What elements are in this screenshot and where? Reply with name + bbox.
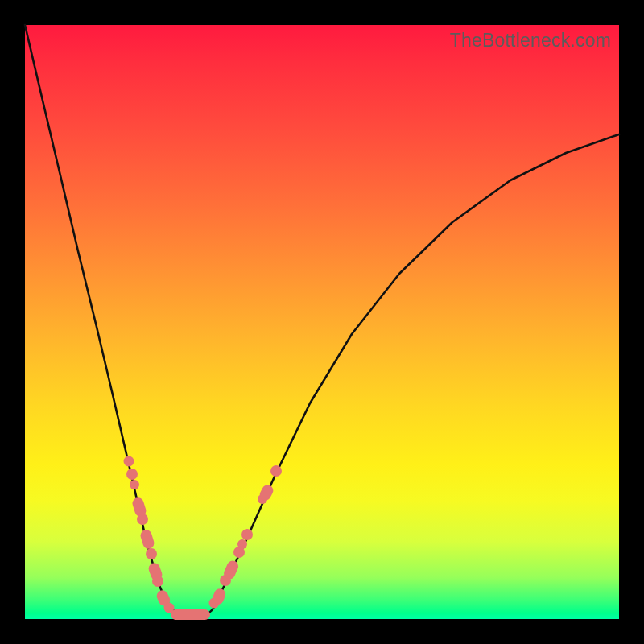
chart-svg: [25, 25, 619, 619]
svg-point-8: [152, 576, 163, 587]
svg-point-10: [164, 603, 175, 613]
right-branch-markers: [209, 465, 283, 609]
svg-point-16: [237, 539, 247, 549]
svg-point-1: [126, 469, 138, 480]
svg-point-4: [137, 514, 148, 525]
svg-point-2: [130, 480, 139, 489]
svg-point-17: [242, 529, 253, 540]
bottom-pill-marker: [171, 609, 210, 620]
chart-frame: TheBottleneck.com: [0, 0, 644, 644]
svg-point-20: [270, 465, 282, 477]
svg-point-6: [146, 548, 157, 559]
chart-plot-area: TheBottleneck.com: [25, 25, 619, 619]
svg-point-0: [124, 456, 134, 467]
left-branch-markers: [124, 456, 175, 613]
bottleneck-curve: [25, 25, 619, 618]
svg-rect-5: [139, 528, 155, 550]
